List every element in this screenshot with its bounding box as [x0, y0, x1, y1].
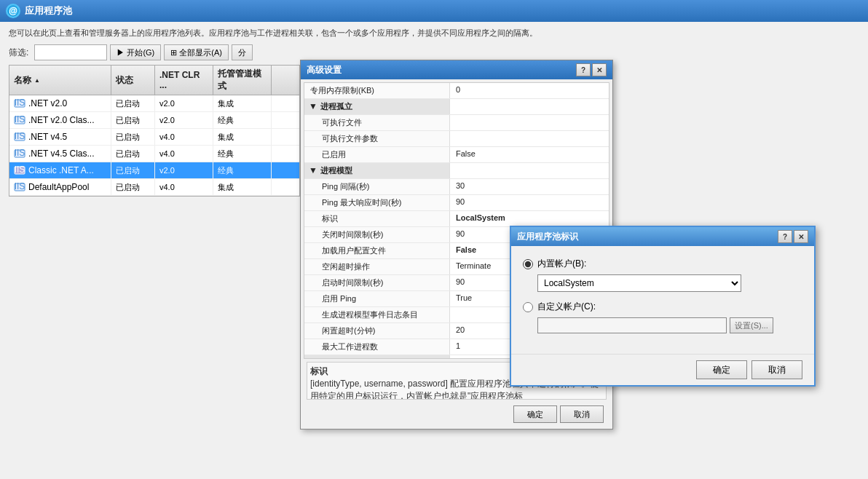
custom-radio-row: 自定义帐户(C): [523, 301, 802, 313]
identity-cancel-button[interactable]: 取消 [751, 360, 802, 379]
builtin-radio-row: 内置帐户(B): [523, 258, 802, 270]
table-header: 名称 ▲ 状态 .NET CLR ... 托管管道模式 [9, 66, 299, 95]
identity-ok-button[interactable]: 确定 [696, 360, 747, 379]
cell-name: IIS .NET v2.0 [9, 95, 111, 111]
identity-content: 内置帐户(B): LocalSystem LocalService Networ… [511, 246, 814, 354]
table-row[interactable]: IIS .NET v2.0 Clas... 已启动 v2.0 经典 [9, 112, 299, 129]
pool-icon: IIS [14, 181, 25, 193]
settings-key: 启动时间限制(秒) [304, 275, 450, 290]
builtin-label: 内置帐户(B): [537, 258, 586, 270]
col-name: 名称 ▲ [9, 66, 111, 95]
builtin-dropdown-row: LocalSystem LocalService NetworkService … [537, 274, 802, 292]
settings-button[interactable]: 设置(S)... [730, 317, 773, 333]
more-button[interactable]: 分 [232, 44, 253, 60]
cell-status: 已启动 [111, 112, 155, 128]
settings-value: 0 [450, 83, 609, 98]
toolbar: 筛选: ▶ 开始(G) ⊞ 全部显示(A) 分 [9, 44, 859, 60]
start-button[interactable]: ▶ 开始(G) [110, 44, 161, 60]
advanced-help-button[interactable]: ? [576, 63, 591, 76]
cell-status: 已启动 [111, 146, 155, 162]
settings-value: 30 [450, 179, 609, 194]
settings-key: 专用内存限制(KB) [304, 83, 450, 98]
settings-item[interactable]: 可执行文件参数 [304, 131, 609, 147]
settings-item[interactable]: 可执行文件 [304, 115, 609, 131]
cell-status: 已启动 [111, 179, 155, 195]
custom-account-input[interactable] [537, 317, 727, 333]
builtin-select[interactable]: LocalSystem LocalService NetworkService … [537, 274, 741, 292]
svg-text:@: @ [9, 6, 17, 16]
settings-key: 启用 Ping [304, 291, 450, 306]
table-row[interactable]: IIS .NET v2.0 已启动 v2.0 集成 [9, 95, 299, 112]
settings-key: Ping 最大响应时间(秒) [304, 195, 450, 210]
advanced-dialog-titlebar: 高级设置 ? ✕ [301, 60, 612, 79]
settings-key: 闲置超时(分钟) [304, 323, 450, 339]
settings-item[interactable]: ▼进程孤立 [304, 99, 609, 115]
settings-item[interactable]: 标识 LocalSystem [304, 211, 609, 227]
settings-value: False [450, 147, 609, 162]
pool-icon: IIS [14, 165, 25, 176]
show-all-button[interactable]: ⊞ 全部显示(A) [164, 44, 229, 60]
table-row[interactable]: IIS .NET v4.5 已启动 v4.0 集成 [9, 129, 299, 146]
cell-mode: 集成 [213, 95, 272, 111]
cell-clr: v4.0 [155, 146, 213, 162]
page-description: 您可以在此页上查看和管理服务器上的应用程序池列表。应用程序池与工作进程相关联，包… [9, 28, 859, 39]
advanced-dialog-footer: 确定 取消 [304, 403, 609, 426]
custom-label: 自定义帐户(C): [537, 301, 596, 313]
pool-icon: IIS [14, 114, 25, 126]
builtin-radio[interactable] [523, 259, 533, 269]
advanced-dialog-title: 高级设置 [307, 64, 342, 76]
app-pool-table: 名称 ▲ 状态 .NET CLR ... 托管管道模式 IIS .NET v2.… [9, 65, 300, 197]
settings-key: 标识 [304, 211, 450, 226]
filter-label: 筛选: [9, 47, 28, 59]
sort-icon: ▲ [34, 77, 40, 84]
filter-input[interactable] [34, 44, 107, 60]
settings-key: 生成进程模型事件日志条目 [304, 307, 450, 322]
cell-status: 已启动 [111, 95, 155, 111]
settings-key: 可执行文件 [304, 115, 450, 130]
settings-key: ▼快速故障防护 [304, 355, 450, 359]
table-row[interactable]: IIS DefaultAppPool 已启动 v4.0 集成 [9, 179, 299, 196]
advanced-ok-button[interactable]: 确定 [513, 405, 557, 423]
col-clr: .NET CLR ... [155, 66, 213, 95]
settings-value [450, 115, 609, 130]
main-title: 应用程序池 [25, 4, 862, 17]
settings-item[interactable]: ▼进程模型 [304, 163, 609, 179]
builtin-account-group: 内置帐户(B): LocalSystem LocalService Networ… [523, 258, 802, 292]
cell-name: IIS Classic .NET A... [9, 162, 111, 178]
settings-key: ▼进程模型 [304, 163, 450, 178]
cell-mode: 经典 [213, 146, 272, 162]
svg-text:IIS: IIS [15, 181, 25, 191]
custom-account-group: 自定义帐户(C): 设置(S)... [523, 301, 802, 333]
settings-item[interactable]: Ping 间隔(秒) 30 [304, 179, 609, 195]
svg-text:IIS: IIS [15, 98, 25, 108]
settings-key: 加载用户配置文件 [304, 243, 450, 258]
pool-icon: IIS [14, 131, 25, 143]
cell-clr: v4.0 [155, 179, 213, 195]
custom-input-row: 设置(S)... [537, 317, 802, 333]
custom-radio[interactable] [523, 302, 533, 312]
identity-help-button[interactable]: ? [778, 230, 792, 243]
desc-label: 标识 [310, 366, 328, 376]
settings-key: Ping 间隔(秒) [304, 179, 450, 194]
settings-item[interactable]: 已启用 False [304, 147, 609, 163]
advanced-close-button[interactable]: ✕ [592, 63, 607, 76]
advanced-cancel-button[interactable]: 取消 [560, 405, 604, 423]
cell-name: IIS .NET v2.0 Clas... [9, 112, 111, 128]
identity-close-button[interactable]: ✕ [794, 230, 808, 243]
cell-name: IIS .NET v4.5 [9, 129, 111, 145]
settings-item[interactable]: 专用内存限制(KB) 0 [304, 83, 609, 99]
settings-key: 已启用 [304, 147, 450, 162]
table-row[interactable]: IIS Classic .NET A... 已启动 v2.0 经典 [9, 162, 299, 179]
identity-dialog-title: 应用程序池标识 [517, 231, 578, 243]
cell-name: IIS DefaultAppPool [9, 179, 111, 195]
cell-mode: 集成 [213, 129, 272, 145]
settings-item[interactable]: Ping 最大响应时间(秒) 90 [304, 195, 609, 211]
identity-dialog: 应用程序池标识 ? ✕ 内置帐户(B): LocalSystem LocalSe… [510, 226, 816, 387]
cell-clr: v2.0 [155, 162, 213, 178]
table-row[interactable]: IIS .NET v4.5 Clas... 已启动 v4.0 经典 [9, 146, 299, 162]
identity-footer: 确定 取消 [511, 354, 814, 385]
settings-value [450, 131, 609, 146]
settings-value: 90 [450, 195, 609, 210]
main-titlebar: @ 应用程序池 [0, 0, 868, 22]
app-icon: @ [6, 4, 20, 18]
